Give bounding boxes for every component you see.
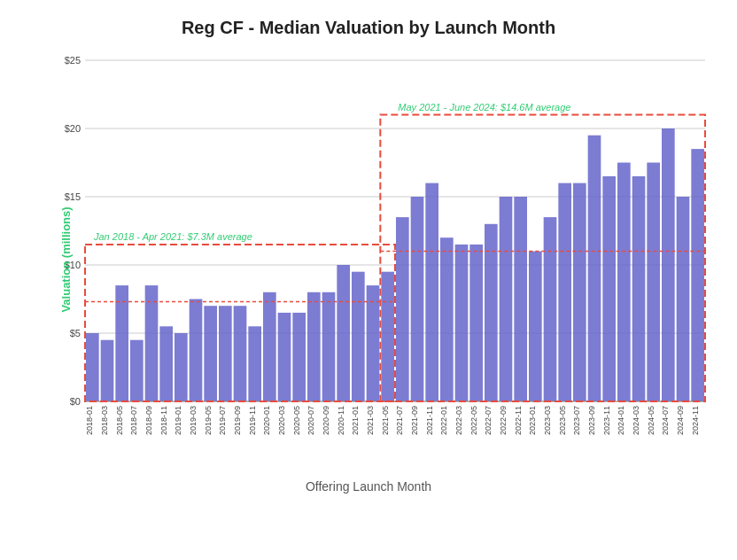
svg-text:$5: $5 (70, 328, 81, 338)
svg-rect-46 (588, 136, 601, 401)
svg-text:$15: $15 (65, 191, 81, 202)
svg-rect-28 (322, 292, 336, 401)
svg-text:2021-05: 2021-05 (381, 406, 390, 435)
svg-text:2022-03: 2022-03 (454, 406, 463, 435)
svg-text:2018-11: 2018-11 (159, 406, 168, 435)
svg-text:2020-07: 2020-07 (306, 406, 315, 435)
svg-rect-14 (115, 285, 128, 401)
svg-text:2021-03: 2021-03 (366, 406, 375, 435)
svg-text:2019-03: 2019-03 (189, 406, 198, 435)
svg-text:2018-05: 2018-05 (115, 406, 124, 435)
svg-text:2022-11: 2022-11 (514, 406, 523, 435)
svg-text:2024-01: 2024-01 (617, 406, 625, 435)
svg-text:May 2021 - June 2024: $14.6M a: May 2021 - June 2024: $14.6M average (398, 102, 570, 113)
svg-text:2021-07: 2021-07 (395, 406, 404, 435)
svg-rect-49 (632, 176, 646, 401)
svg-text:2023-01: 2023-01 (528, 406, 537, 435)
svg-text:2019-07: 2019-07 (218, 406, 227, 435)
svg-rect-45 (573, 183, 586, 401)
svg-rect-23 (248, 326, 261, 401)
svg-text:Jan 2018 - Apr 2021: $7.3M ave: Jan 2018 - Apr 2021: $7.3M average (93, 231, 252, 242)
svg-rect-18 (175, 333, 188, 401)
svg-rect-41 (514, 197, 527, 401)
svg-rect-19 (190, 299, 203, 402)
svg-rect-53 (691, 149, 704, 401)
svg-text:2023-05: 2023-05 (558, 406, 567, 435)
svg-rect-48 (617, 163, 631, 402)
svg-text:2024-07: 2024-07 (661, 406, 670, 435)
svg-rect-22 (234, 306, 247, 401)
svg-rect-42 (529, 252, 542, 401)
svg-rect-24 (263, 292, 276, 401)
svg-rect-20 (204, 306, 217, 401)
svg-text:2023-11: 2023-11 (602, 406, 611, 435)
svg-rect-51 (662, 128, 675, 401)
svg-text:2024-09: 2024-09 (676, 406, 685, 435)
svg-rect-12 (86, 333, 99, 401)
svg-rect-16 (145, 285, 159, 401)
svg-text:2018-03: 2018-03 (100, 406, 109, 435)
svg-text:2020-03: 2020-03 (277, 406, 286, 435)
svg-rect-35 (425, 183, 438, 401)
svg-rect-40 (500, 197, 513, 401)
x-axis-label: Offering Launch Month (9, 479, 728, 494)
svg-text:2023-03: 2023-03 (543, 406, 552, 435)
svg-rect-25 (278, 313, 291, 401)
svg-rect-50 (647, 163, 660, 402)
svg-rect-43 (544, 217, 557, 401)
svg-text:2024-03: 2024-03 (632, 406, 640, 435)
svg-rect-37 (455, 245, 469, 401)
svg-text:$25: $25 (65, 55, 81, 66)
svg-rect-38 (469, 245, 483, 401)
svg-text:2021-09: 2021-09 (410, 406, 419, 435)
chart-title: Reg CF - Median Valuation by Launch Mont… (9, 18, 728, 38)
svg-text:2021-11: 2021-11 (425, 406, 434, 435)
svg-text:2020-11: 2020-11 (337, 406, 345, 435)
svg-text:2020-01: 2020-01 (262, 406, 271, 435)
chart-svg: $0$5$10$15$20$252018-012018-032018-05201… (62, 47, 728, 472)
svg-rect-13 (101, 340, 114, 401)
svg-rect-30 (352, 272, 365, 401)
svg-rect-47 (602, 176, 616, 401)
svg-text:2019-09: 2019-09 (233, 406, 242, 435)
svg-text:2019-01: 2019-01 (174, 406, 182, 435)
svg-rect-21 (219, 306, 232, 401)
svg-text:2023-07: 2023-07 (572, 406, 581, 435)
svg-text:2021-01: 2021-01 (351, 406, 360, 435)
svg-text:2018-01: 2018-01 (85, 406, 94, 435)
svg-text:$20: $20 (65, 123, 81, 134)
svg-rect-17 (159, 326, 173, 401)
svg-text:2019-11: 2019-11 (248, 406, 257, 435)
svg-rect-15 (130, 340, 144, 401)
svg-text:2018-07: 2018-07 (129, 406, 138, 435)
svg-text:2023-09: 2023-09 (587, 406, 596, 435)
svg-text:2020-05: 2020-05 (292, 406, 301, 435)
svg-text:2019-05: 2019-05 (204, 406, 213, 435)
svg-rect-36 (440, 237, 454, 401)
y-axis-label: Valuation (millions) (59, 206, 73, 312)
chart-container: Reg CF - Median Valuation by Launch Mont… (0, 0, 737, 560)
svg-rect-29 (337, 265, 350, 401)
svg-rect-39 (485, 224, 498, 401)
svg-rect-27 (307, 292, 321, 401)
svg-rect-52 (677, 197, 690, 401)
svg-text:2020-09: 2020-09 (322, 406, 330, 435)
svg-rect-33 (396, 217, 409, 401)
svg-text:$0: $0 (70, 396, 81, 407)
svg-text:2022-05: 2022-05 (469, 406, 478, 435)
svg-rect-34 (411, 197, 424, 401)
svg-text:2024-05: 2024-05 (647, 406, 656, 435)
svg-text:2022-09: 2022-09 (499, 406, 508, 435)
svg-rect-31 (367, 285, 380, 401)
svg-text:2022-01: 2022-01 (439, 406, 448, 435)
svg-rect-26 (292, 313, 306, 401)
svg-text:2024-11: 2024-11 (691, 406, 700, 435)
svg-text:2022-07: 2022-07 (484, 406, 493, 435)
chart-area: Valuation (millions) $0$5$10$15$20$25201… (62, 47, 728, 472)
svg-text:2018-09: 2018-09 (144, 406, 153, 435)
svg-rect-44 (558, 183, 571, 401)
svg-rect-32 (381, 272, 394, 401)
